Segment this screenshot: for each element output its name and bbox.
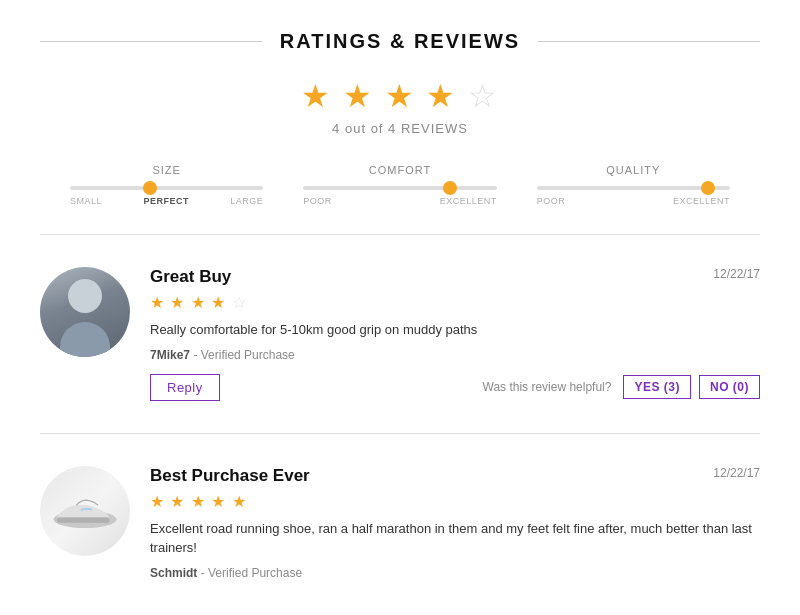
review-header-1: Great Buy 12/22/17 [150, 267, 760, 287]
review-card-1: Great Buy 12/22/17 ★ ★ ★ ★ ☆ Really comf… [40, 247, 760, 421]
comfort-left-label: POOR [303, 196, 332, 206]
verified-badge-1: Verified Purchase [201, 348, 295, 362]
review-card-2: Best Purchase Ever 12/22/17 ★ ★ ★ ★ ★ Ex… [40, 446, 760, 612]
quality-label: QUALITY [537, 164, 730, 176]
overall-rating: ★ ★ ★ ★ ☆ 4 out of 4 REVIEWS [40, 77, 760, 136]
review-date-1: 12/22/17 [713, 267, 760, 281]
rating-subtitle: 4 out of 4 REVIEWS [40, 121, 760, 136]
comfort-track [303, 186, 496, 190]
quality-labels: POOR EXCELLENT [537, 196, 730, 206]
size-labels: SMALL PERFECT LARGE [70, 196, 263, 206]
no-button-1[interactable]: NO (0) [699, 375, 760, 399]
review-author-1: 7Mike7 - Verified Purchase [150, 348, 760, 362]
shoe-svg [50, 491, 120, 531]
review-stars-1: ★ ★ ★ ★ ☆ [150, 293, 760, 312]
header-line-left [40, 41, 262, 42]
quality-slider: QUALITY POOR EXCELLENT [517, 164, 750, 206]
verified-badge-2: Verified Purchase [208, 566, 302, 580]
star-5: ☆ [468, 78, 499, 114]
author-separator-1: - [193, 348, 200, 362]
size-slider: SIZE SMALL PERFECT LARGE [50, 164, 283, 206]
size-right-label: LARGE [230, 196, 263, 206]
review-stars-2: ★ ★ ★ ★ ★ [150, 492, 760, 511]
svg-rect-1 [57, 517, 110, 522]
author-name-2: Schmidt [150, 566, 197, 580]
size-track [70, 186, 263, 190]
size-label: SIZE [70, 164, 263, 176]
comfort-labels: POOR EXCELLENT [303, 196, 496, 206]
review-avatar-2 [40, 466, 130, 556]
header-line-right [538, 41, 760, 42]
comfort-right-label: EXCELLENT [440, 196, 497, 206]
divider-2 [40, 433, 760, 434]
review-title-2: Best Purchase Ever [150, 466, 310, 486]
sliders-section: SIZE SMALL PERFECT LARGE COMFORT POOR [40, 164, 760, 206]
author-name-1: 7Mike7 [150, 348, 190, 362]
helpful-label-1: Was this review helpful? [483, 380, 612, 394]
quality-left-label: POOR [537, 196, 566, 206]
review-footer-1: Reply Was this review helpful? YES (3) N… [150, 374, 760, 401]
size-left-label: SMALL [70, 196, 102, 206]
page-header: RATINGS & REVIEWS [40, 30, 760, 53]
divider-1 [40, 234, 760, 235]
comfort-track-wrapper [303, 186, 496, 190]
star-2: ★ [343, 78, 374, 114]
size-thumb [143, 181, 157, 195]
size-center-label: PERFECT [143, 196, 189, 206]
review-avatar-1 [40, 267, 130, 357]
reply-button-1[interactable]: Reply [150, 374, 220, 401]
review-text-2: Excellent road running shoe, ran a half … [150, 519, 760, 558]
star-1: ★ [301, 78, 332, 114]
review-author-2: Schmidt - Verified Purchase [150, 566, 760, 580]
comfort-thumb [443, 181, 457, 195]
quality-thumb [701, 181, 715, 195]
comfort-slider: COMFORT POOR EXCELLENT [283, 164, 516, 206]
overall-stars: ★ ★ ★ ★ ☆ [40, 77, 760, 115]
review-text-1: Really comfortable for 5-10km good grip … [150, 320, 760, 340]
review-content-2: Best Purchase Ever 12/22/17 ★ ★ ★ ★ ★ Ex… [150, 466, 760, 592]
page-wrapper: RATINGS & REVIEWS ★ ★ ★ ★ ☆ 4 out of 4 R… [0, 0, 800, 615]
author-separator-2: - [201, 566, 208, 580]
review-date-2: 12/22/17 [713, 466, 760, 480]
review-header-2: Best Purchase Ever 12/22/17 [150, 466, 760, 486]
quality-track-wrapper [537, 186, 730, 190]
page-title: RATINGS & REVIEWS [262, 30, 538, 53]
size-track-wrapper [70, 186, 263, 190]
quality-track [537, 186, 730, 190]
review-content-1: Great Buy 12/22/17 ★ ★ ★ ★ ☆ Really comf… [150, 267, 760, 401]
helpful-section-1: Was this review helpful? YES (3) NO (0) [483, 375, 761, 399]
star-4: ★ [426, 78, 457, 114]
star-3: ★ [385, 78, 416, 114]
quality-right-label: EXCELLENT [673, 196, 730, 206]
comfort-label: COMFORT [303, 164, 496, 176]
review-title-1: Great Buy [150, 267, 231, 287]
yes-button-1[interactable]: YES (3) [623, 375, 691, 399]
